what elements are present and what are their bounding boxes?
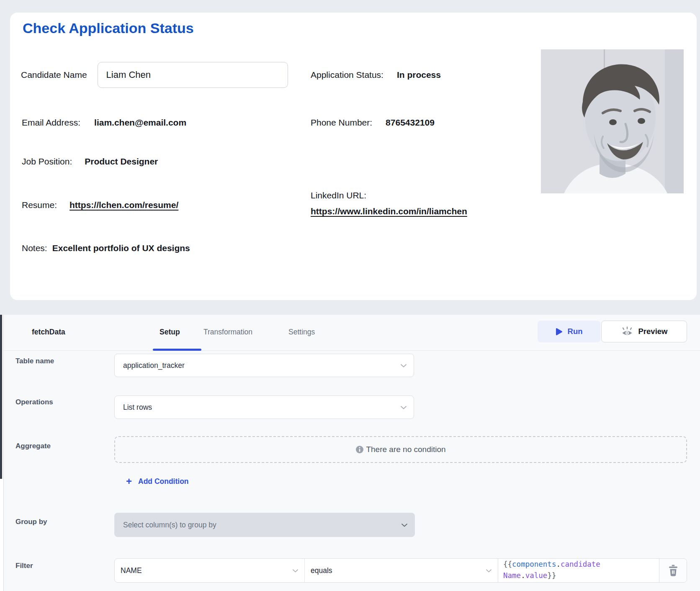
resume-label: Resume: (22, 200, 57, 210)
filter-value-code-input[interactable]: {{components.candidate Name.value}} (498, 559, 659, 582)
table-name-select[interactable]: application_tracker (114, 354, 414, 377)
group-by-select[interactable]: Select column(s) to group by (114, 513, 415, 537)
tab-transformation[interactable]: Transformation (203, 328, 252, 337)
code-token: . (556, 560, 561, 568)
trash-icon (668, 565, 678, 576)
add-condition-label: Add Condition (138, 477, 189, 486)
notes-label: Notes: (22, 243, 47, 253)
candidate-photo (541, 49, 684, 193)
filter-label: Filter (15, 562, 33, 570)
operations-select[interactable]: List rows (114, 396, 414, 419)
candidate-name-label: Candidate Name (21, 70, 87, 80)
linkedin-label: LinkedIn URL: (311, 190, 467, 200)
operations-label: Operations (15, 398, 53, 406)
code-token: candidate (561, 560, 600, 568)
plus-icon: + (126, 476, 132, 486)
aggregate-empty-message: There are no condition (366, 445, 445, 454)
chevron-down-icon (400, 406, 407, 409)
phone-value: 8765432109 (386, 118, 435, 128)
eye-icon (621, 326, 633, 337)
email-label: Email Address: (22, 118, 80, 128)
linkedin-link[interactable]: https://www.linkedin.com/in/liamchen (311, 206, 467, 216)
job-position-label: Job Position: (22, 157, 72, 167)
scrollbar-thumb[interactable] (0, 315, 2, 479)
table-name-value: application_tracker (123, 361, 185, 370)
chevron-down-icon (400, 364, 407, 367)
chevron-down-icon (292, 569, 299, 573)
filter-operator-select[interactable]: equals (304, 559, 498, 582)
preview-button-label: Preview (638, 327, 668, 336)
job-position-value: Product Designer (85, 157, 158, 167)
code-token: Name (503, 571, 521, 580)
query-editor-panel: fetchData Setup Transformation Settings … (3, 315, 700, 591)
query-editor-header: fetchData Setup Transformation Settings … (4, 315, 700, 351)
group-by-placeholder: Select column(s) to group by (123, 521, 216, 529)
application-status-value: In process (397, 70, 441, 80)
code-token: components (512, 560, 556, 568)
tab-setup[interactable]: Setup (160, 328, 180, 337)
preview-button[interactable]: Preview (601, 321, 687, 342)
run-button[interactable]: Run (538, 321, 600, 342)
application-status-label: Application Status: (311, 70, 383, 80)
code-token: }} (547, 571, 556, 580)
query-name: fetchData (32, 328, 65, 337)
delete-filter-button[interactable] (659, 559, 687, 582)
code-token: . (521, 571, 525, 580)
table-name-label: Table name (15, 357, 54, 365)
filter-operator-value: equals (311, 566, 332, 575)
run-button-label: Run (568, 327, 583, 336)
play-icon (556, 328, 563, 336)
operations-value: List rows (123, 403, 152, 412)
chevron-down-icon (401, 523, 408, 527)
code-token: {{ (503, 560, 512, 568)
code-token: value (525, 571, 548, 580)
screen: Check Application Status Candidate Name … (0, 0, 700, 591)
filter-column-value: NAME (121, 566, 142, 575)
page-title: Check Application Status (23, 20, 194, 36)
filter-condition-row: NAME equals {{components.candidate Name. (114, 558, 687, 583)
chevron-down-icon (486, 569, 492, 573)
add-condition-button[interactable]: + Add Condition (126, 475, 189, 488)
info-icon (355, 445, 364, 454)
tab-settings[interactable]: Settings (288, 328, 315, 337)
application-status-card: Check Application Status Candidate Name … (10, 13, 697, 300)
aggregate-empty-box: There are no condition (114, 436, 687, 463)
active-tab-underline (153, 349, 201, 351)
aggregate-label: Aggregate (15, 442, 51, 450)
candidate-name-input[interactable] (98, 62, 288, 88)
phone-label: Phone Number: (311, 118, 372, 128)
filter-column-select[interactable]: NAME (115, 559, 304, 582)
notes-value: Excellent portfolio of UX designs (52, 243, 190, 253)
email-value: liam.chen@email.com (94, 118, 186, 128)
resume-link[interactable]: https://lchen.com/resume/ (69, 200, 178, 210)
group-by-label: Group by (15, 518, 47, 526)
